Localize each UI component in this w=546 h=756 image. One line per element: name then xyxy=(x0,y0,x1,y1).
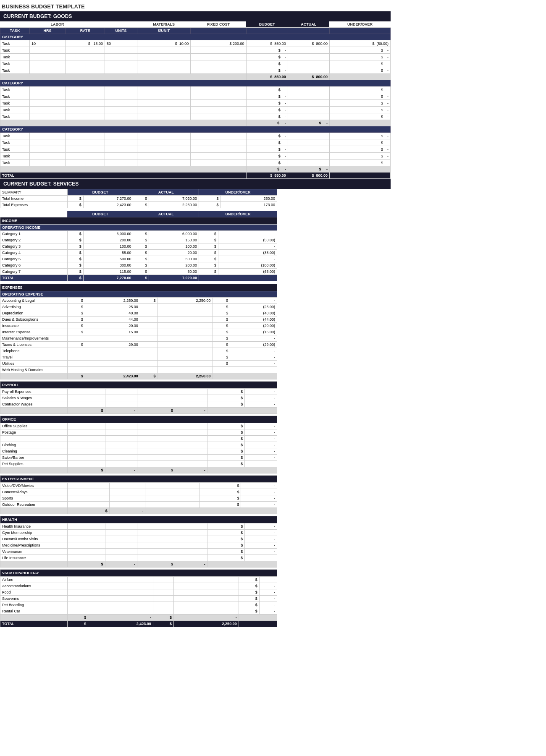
income-section-header: INCOME xyxy=(0,217,277,225)
budget-sub-header xyxy=(246,28,288,34)
table-row: Task $ -$ - xyxy=(0,153,391,160)
table-row: Task 10 $ 15.00 50 $ 10.00 $ 200.00 $ 85… xyxy=(0,40,391,47)
income-col-header-row: BUDGET ACTUAL UNDER/OVER xyxy=(0,211,277,217)
office-section-header: OFFICE xyxy=(0,416,277,423)
list-item: Category 6 $300.00 $200.00 $(100.00) xyxy=(0,262,277,269)
table-row: Task $ -$ - xyxy=(0,160,391,166)
goods-table: LABOR MATERIALS FIXED COST BUDGET ACTUAL… xyxy=(0,21,391,179)
list-item: Category 5 $500.00 $500.00 $- xyxy=(0,256,277,262)
income-budget-header: BUDGET xyxy=(68,211,133,217)
list-item: Depreciation $40.00 $(40.00) xyxy=(0,310,277,317)
uo-sub-header xyxy=(329,28,390,34)
summary-header-row: SUMMARY BUDGET ACTUAL UNDER/OVER xyxy=(0,189,277,196)
list-item: Taxes & Licenses $29.00 $(29.00) xyxy=(0,342,277,348)
goods-cat1-subtotal: $ 850.00 $ 800.00 xyxy=(0,74,391,80)
goods-col-header-row: LABOR MATERIALS FIXED COST BUDGET ACTUAL… xyxy=(0,21,391,28)
goods-cat2-subtotal: $ - $ - xyxy=(0,120,391,126)
expenses-subtotal-row: $2,423.00 $2,250.00 xyxy=(0,373,277,379)
table-row: Task $ -$ - xyxy=(0,139,391,146)
goods-total-budget: $ 850.00 xyxy=(246,173,288,179)
table-row: Task $ -$ - xyxy=(0,47,391,54)
list-item: Maintenance/Improvements $- xyxy=(0,335,277,342)
list-item: Outdoor Recreation $- xyxy=(0,502,277,508)
list-item: Travel $- xyxy=(0,354,277,361)
list-item: Salaries & Wages $- xyxy=(0,395,277,401)
payroll-subtotal-row: $- $- xyxy=(0,408,277,414)
services-income-table: BUDGET ACTUAL UNDER/OVER INCOME OPERATIN… xyxy=(0,211,277,281)
entertainment-subtotal-row: $- xyxy=(0,508,277,514)
health-subtotal-row: $- $- xyxy=(0,561,277,568)
table-row: Task $ -$ - xyxy=(0,133,391,139)
page-title: BUSINESS BUDGET TEMPLATE xyxy=(0,0,391,11)
table-row: Task $ -$ - xyxy=(0,86,391,93)
list-item: Insurance $20.00 $(20.00) xyxy=(0,323,277,329)
list-item: Interest Expense $15.00 $(15.00) xyxy=(0,329,277,335)
task-col-header xyxy=(0,21,30,28)
table-row: Task $ -$ - xyxy=(0,146,391,153)
task-fixed: $ 200.00 xyxy=(191,40,246,47)
office-subtotal-row: $- $- xyxy=(0,467,277,473)
materials-col-header: MATERIALS xyxy=(137,21,191,28)
services-office-table: OFFICE Office Supplies $- Postage $- $- … xyxy=(0,416,277,473)
task-per-unit: $ 10.00 xyxy=(137,40,191,47)
list-item: Salon/Barber $- xyxy=(0,455,277,461)
list-item: Utilities $- xyxy=(0,361,277,367)
list-item: Souvenirs $- xyxy=(0,596,277,602)
list-item: Accounting & Legal $2,250.00 $2,250.00 $… xyxy=(0,298,277,304)
payroll-section-header: PAYROLL xyxy=(0,382,277,389)
task-sub-header: TASK xyxy=(0,28,30,34)
labor-col-header: LABOR xyxy=(30,21,85,28)
goods-category-row-2: CATEGORY xyxy=(0,80,391,86)
services-expenses-table: EXPENSES OPERATING EXPENSE Accounting & … xyxy=(0,284,277,379)
goods-category-label-3: CATEGORY xyxy=(0,126,391,133)
goods-total-label: TOTAL xyxy=(0,173,247,179)
goods-category-row-3: CATEGORY xyxy=(0,126,391,133)
goods-category-row-1: CATEGORY xyxy=(0,34,391,40)
list-item: Sports $- xyxy=(0,495,277,502)
list-item: Life Insurance $- xyxy=(0,555,277,561)
list-item: Office Supplies $- xyxy=(0,423,277,429)
list-item: Gym Membership $- xyxy=(0,530,277,536)
list-item: Food $- xyxy=(0,589,277,596)
income-uo-header: UNDER/OVER xyxy=(199,211,277,217)
services-health-table: HEALTH Health Insurance $- Gym Membershi… xyxy=(0,516,277,568)
services-payroll-table: PAYROLL Payroll Expenses $- Salaries & W… xyxy=(0,381,277,414)
task-hrs: 10 xyxy=(30,40,66,47)
actual-col-header: ACTUAL xyxy=(288,21,329,28)
list-item: Dues & Subscriptions $44.00 $(44.00) xyxy=(0,317,277,323)
budget-col-header: BUDGET xyxy=(246,21,288,28)
task-budget: $ 850.00 xyxy=(246,40,288,47)
expenses-section-header: EXPENSES xyxy=(0,284,277,291)
table-row: Task $ -$ - xyxy=(0,107,391,113)
list-item: Payroll Expenses $- xyxy=(0,389,277,395)
task-name: Task xyxy=(0,40,30,47)
vacation-section-header: VACATION/HOLIDAY xyxy=(0,570,277,577)
list-item: Accommodations $- xyxy=(0,583,277,589)
goods-category-label-2: CATEGORY xyxy=(0,80,391,86)
entertainment-section-header: ENTERTAINMENT xyxy=(0,476,277,483)
list-item: Category 2 $200.00 $150.00 $(50.00) xyxy=(0,237,277,243)
list-item: Airfare $- xyxy=(0,577,277,583)
goods-total-actual: $ 800.00 xyxy=(288,173,329,179)
services-vacation-table: VACATION/HOLIDAY Airfare $- Accommodatio… xyxy=(0,569,277,627)
list-item: Web Hosting & Domains xyxy=(0,367,277,373)
task-rate: $ 15.00 xyxy=(66,40,105,47)
list-item: Concerts/Plays $- xyxy=(0,489,277,495)
goods-total-row: TOTAL $ 850.00 $ 800.00 xyxy=(0,173,391,179)
actual-sub-header xyxy=(288,28,329,34)
list-item: $- xyxy=(0,436,277,442)
list-item: Cleaning $- xyxy=(0,448,277,455)
income-total-row: TOTAL $7,270.00 $7,020.00 xyxy=(0,275,277,281)
list-item: Telephone $- xyxy=(0,348,277,354)
list-item: Postage $- xyxy=(0,429,277,436)
grand-total-label: TOTAL xyxy=(0,621,68,627)
table-row: Task $ -$ - xyxy=(0,67,391,74)
table-row: Task $ -$ - xyxy=(0,93,391,100)
operating-income-header: OPERATING INCOME xyxy=(0,225,277,231)
list-item: Veterinarian $- xyxy=(0,549,277,555)
task-uo: $ (50.00) xyxy=(329,40,390,47)
list-item: Clothing $- xyxy=(0,442,277,448)
list-item: Medicine/Prescriptions $- xyxy=(0,542,277,549)
table-row: Task $ -$ - xyxy=(0,113,391,120)
under-over-col-header: UNDER/OVER xyxy=(329,21,390,28)
